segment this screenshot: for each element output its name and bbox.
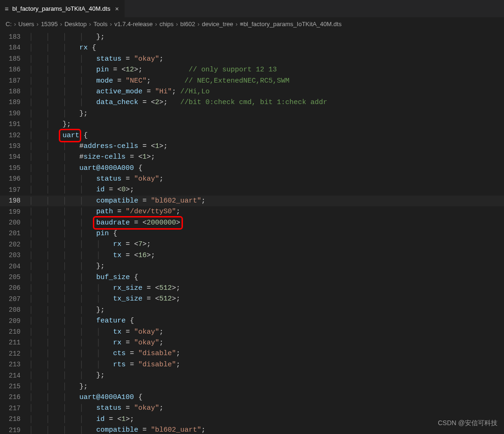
line-number: 184 [0,42,29,53]
line-number: 207 [0,294,29,305]
line-number: 189 [0,97,29,108]
breadcrumb-separator: › [60,21,62,28]
line-number: 214 [0,371,29,381]
close-icon[interactable]: × [114,5,119,13]
line-number: 188 [0,86,29,97]
line-number: 200 [0,217,29,228]
tab-label: bl_factory_params_IoTKitA_40M.dts [12,5,110,12]
breadcrumb-separator: › [36,21,38,28]
breadcrumb[interactable]: C:›Users›15395›Desktop›Tools›v1.7.4-rele… [0,18,504,31]
code-line[interactable]: │ │ │ │ status = "okay"; [29,174,504,184]
code-line[interactable]: │ │ │ uart@4000A000 { [29,163,504,174]
code-line[interactable]: │ │ │ │ pin { [29,228,504,239]
breadcrumb-segment[interactable]: device_tree [202,21,233,28]
code-line[interactable]: │ │ uart { [29,130,504,141]
line-number: 213 [0,359,29,370]
line-number: 201 [0,228,29,239]
code-line[interactable]: │ │ │ │ }; [29,261,504,272]
code-line[interactable]: │ │ │ │ baudrate = <2000000>; [29,217,504,228]
code-line[interactable]: │ │ │ uart@4000A100 { [29,392,504,403]
line-number: 196 [0,174,29,184]
file-icon: ≡ [240,21,244,28]
line-number: 217 [0,403,29,414]
line-number: 212 [0,349,29,359]
line-number: 203 [0,250,29,261]
breadcrumb-segment[interactable]: C: [6,21,12,28]
line-number: 185 [0,54,29,64]
breadcrumb-segment[interactable]: Desktop [64,21,87,28]
line-number: 204 [0,261,29,272]
code-line[interactable]: │ │ │ │ compatible = "bl602_uart"; [29,425,504,434]
line-number: 202 [0,239,29,250]
line-number: 191 [0,119,29,130]
breadcrumb-segment[interactable]: bl602 [180,21,195,28]
line-number: 210 [0,327,29,337]
code-line[interactable]: │ │ │ }; [29,381,504,392]
code-editor[interactable]: 1831841851861871881891901911921931941951… [0,31,504,434]
line-number: 194 [0,152,29,162]
line-number: 206 [0,283,29,294]
code-line[interactable]: │ │ │ │ status = "okay"; [29,403,504,413]
line-number: 198 [0,196,29,206]
breadcrumb-separator: › [89,21,91,28]
code-area[interactable]: │ │ │ │ };│ │ │ rx {│ │ │ │ status = "ok… [29,31,504,434]
code-line[interactable]: │ │ │ │ }; [29,305,504,315]
code-line[interactable]: │ │ │ │ }; [29,32,504,42]
line-number: 211 [0,337,29,348]
line-number: 219 [0,425,29,434]
code-line[interactable]: │ │ │ │ │ tx = "okay"; [29,327,504,337]
code-line[interactable]: │ │ │ │ path = "/dev/ttyS0"; [29,206,504,217]
code-line[interactable]: │ │ │ #address-cells = <1>; [29,141,504,152]
line-number: 192 [0,130,29,141]
tab-bar: ≡ bl_factory_params_IoTKitA_40M.dts × [0,0,504,18]
breadcrumb-separator: › [176,21,178,28]
line-number: 215 [0,381,29,392]
code-line[interactable]: │ │ │ │ │ cts = "disable"; [29,348,504,359]
code-line[interactable]: │ │ │ │ data_check = <2>; //bit 0:check … [29,97,504,108]
code-line[interactable]: │ │ │ │ status = "okay"; [29,54,504,64]
file-icon: ≡ [5,5,8,13]
code-line[interactable]: │ │ │ │ pin = <12>; // only support 12 1… [29,64,504,75]
breadcrumb-segment[interactable]: 15395 [41,21,58,28]
watermark: CSDN @安信可科技 [438,419,497,427]
breadcrumb-segment[interactable]: chips [160,21,174,28]
code-line[interactable]: │ │ │ │ id = <0>; [29,184,504,195]
line-number: 197 [0,185,29,196]
code-line[interactable]: │ │ │ │ mode = "NEC"; // NEC,ExtenedNEC,… [29,76,504,86]
breadcrumb-separator: › [155,21,157,28]
code-line[interactable]: │ │ │ │ │ rx = <7>; [29,239,504,250]
code-line[interactable]: │ │ │ │ compatible = "bl602_uart"; [29,196,504,206]
breadcrumb-segment[interactable]: ≡ bl_factory_params_IoTKitA_40M.dts [240,21,342,28]
line-number: 187 [0,76,29,86]
line-number: 209 [0,316,29,327]
breadcrumb-segment[interactable]: Tools [93,21,107,28]
code-line[interactable]: │ │ │ │ │ rx_size = <512>; [29,283,504,294]
line-number: 193 [0,141,29,152]
breadcrumb-segment[interactable]: Users [18,21,34,28]
code-line[interactable]: │ │ │ │ │ rts = "disable"; [29,359,504,370]
line-number: 208 [0,305,29,315]
breadcrumb-separator: › [14,21,16,28]
code-line[interactable]: │ │ │ #size-cells = <1>; [29,152,504,162]
breadcrumb-segment[interactable]: v1.7.4-release [114,21,153,28]
code-line[interactable]: │ │ }; [29,119,504,130]
code-line[interactable]: │ │ │ │ }; [29,370,504,381]
line-gutter: 1831841851861871881891901911921931941951… [0,31,29,434]
code-line[interactable]: │ │ │ rx { [29,42,504,53]
code-line[interactable]: │ │ │ │ │ rx = "okay"; [29,337,504,348]
line-number: 183 [0,32,29,42]
code-line[interactable]: │ │ │ │ │ tx = <16>; [29,250,504,261]
breadcrumb-separator: › [197,21,199,28]
file-tab[interactable]: ≡ bl_factory_params_IoTKitA_40M.dts × [0,0,125,17]
code-line[interactable]: │ │ │ │ buf_size { [29,272,504,283]
code-line[interactable]: │ │ │ │ id = <1>; [29,414,504,425]
code-line[interactable]: │ │ │ }; [29,108,504,119]
code-line[interactable]: │ │ │ │ active_mode = "Hi"; //Hi,Lo [29,86,504,97]
line-number: 205 [0,272,29,283]
line-number: 190 [0,108,29,119]
line-number: 195 [0,163,29,174]
code-line[interactable]: │ │ │ │ feature { [29,315,504,326]
breadcrumb-separator: › [110,21,112,28]
line-number: 216 [0,392,29,403]
code-line[interactable]: │ │ │ │ │ tx_size = <512>; [29,294,504,304]
